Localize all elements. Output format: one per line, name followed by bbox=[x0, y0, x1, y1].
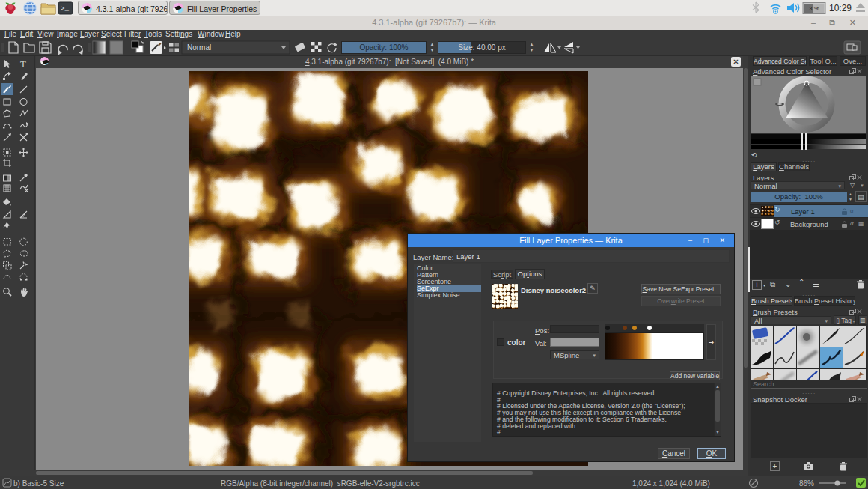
svg-text:>_: >_ bbox=[61, 5, 69, 13]
svg-text:T: T bbox=[20, 58, 26, 70]
svg-text:Normal: Normal bbox=[187, 43, 211, 52]
svg-text:3 %: 3 % bbox=[809, 5, 819, 12]
